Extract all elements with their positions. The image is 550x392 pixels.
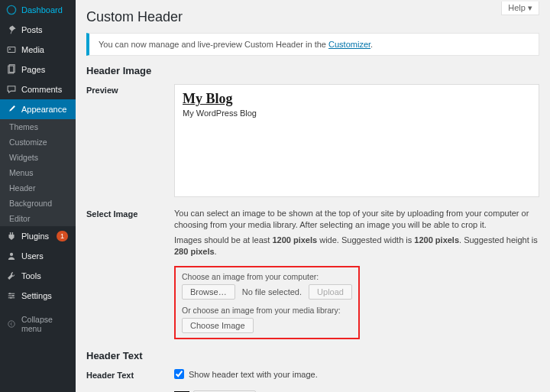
collapse-icon [6, 319, 17, 329]
show-header-text-checkbox[interactable] [174, 369, 184, 379]
sidebar-label: Dashboard [21, 5, 63, 15]
sidebar-label: Media [21, 45, 44, 54]
help-tab[interactable]: Help ▾ [501, 2, 539, 15]
sidebar-item-plugins[interactable]: Plugins 1 [0, 226, 76, 246]
subitem-themes[interactable]: Themes [0, 119, 76, 134]
sidebar-label: Appearance [21, 105, 66, 114]
sidebar-item-pages[interactable]: Pages [0, 60, 76, 79]
comment-icon [6, 84, 17, 95]
sidebar-item-posts[interactable]: Posts [0, 20, 76, 40]
subitem-customize[interactable]: Customize [0, 134, 76, 150]
svg-rect-1 [8, 47, 15, 53]
sidebar-label: Comments [21, 85, 62, 94]
upload-highlight: Choose an image from your computer: Brow… [174, 266, 360, 339]
page-icon [6, 64, 17, 75]
sidebar-label: Posts [21, 25, 43, 34]
show-header-text-label: Show header text with your image. [189, 370, 318, 379]
sidebar-item-comments[interactable]: Comments [0, 79, 76, 99]
svg-point-6 [9, 293, 11, 294]
sidebar-label: Pages [21, 65, 45, 74]
admin-sidebar: Dashboard Posts Media Pages Comments App… [0, 0, 76, 392]
media-icon [6, 44, 17, 55]
info-notice: You can now manage and live-preview Cust… [86, 33, 539, 56]
settings-icon [6, 290, 17, 301]
header-preview: My Blog My WordPress Blog [174, 84, 539, 197]
subitem-header[interactable]: Header [0, 180, 76, 196]
choose-image-button[interactable]: Choose Image [182, 318, 254, 333]
preview-label: Preview [86, 84, 174, 197]
dashboard-icon [6, 5, 17, 15]
browse-button[interactable]: Browse… [182, 284, 235, 300]
sidebar-label: Plugins [21, 232, 49, 241]
choose-from-library-label: Or choose an image from your media libra… [182, 306, 352, 315]
pin-icon [6, 24, 17, 35]
update-badge: 1 [57, 231, 68, 241]
tools-icon [6, 271, 17, 281]
blog-title: My Blog [183, 91, 531, 107]
collapse-menu[interactable]: Collapse menu [0, 310, 76, 338]
subitem-menus[interactable]: Menus [0, 165, 76, 180]
sidebar-item-settings[interactable]: Settings [0, 286, 76, 306]
sidebar-item-appearance[interactable]: Appearance [0, 99, 76, 119]
sidebar-label: Users [21, 251, 44, 261]
page-title: Custom Header [86, 9, 539, 25]
svg-point-8 [10, 297, 11, 299]
sidebar-item-media[interactable]: Media [0, 40, 76, 60]
sidebar-label: Settings [21, 291, 52, 300]
subitem-background[interactable]: Background [0, 196, 76, 211]
subitem-editor[interactable]: Editor [0, 211, 76, 226]
svg-point-2 [9, 48, 11, 50]
file-status: No file selected. [242, 287, 302, 296]
blog-tagline: My WordPress Blog [183, 109, 531, 118]
sidebar-label: Tools [21, 271, 41, 280]
customizer-link[interactable]: Customizer [328, 40, 370, 49]
brush-icon [6, 104, 17, 115]
select-image-label: Select Image [86, 208, 174, 339]
svg-point-5 [10, 253, 13, 256]
subitem-widgets[interactable]: Widgets [0, 150, 76, 165]
sidebar-item-users[interactable]: Users [0, 246, 76, 266]
section-header-image: Header Image [86, 65, 539, 76]
user-icon [6, 251, 17, 261]
upload-from-computer-label: Choose an image from your computer: [182, 272, 352, 281]
svg-point-7 [12, 295, 14, 296]
plugin-icon [6, 231, 17, 241]
sidebar-item-tools[interactable]: Tools [0, 266, 76, 286]
main-content: Help ▾ Custom Header You can now manage … [76, 0, 550, 392]
upload-button[interactable]: Upload [309, 284, 352, 300]
header-text-label: Header Text [86, 369, 174, 380]
svg-point-9 [8, 321, 15, 327]
select-description-1: You can select an image to be shown at t… [174, 208, 539, 232]
sidebar-item-dashboard[interactable]: Dashboard [0, 0, 76, 20]
select-description-2: Images should be at least 1200 pixels wi… [174, 235, 539, 258]
section-header-text: Header Text [86, 350, 539, 361]
